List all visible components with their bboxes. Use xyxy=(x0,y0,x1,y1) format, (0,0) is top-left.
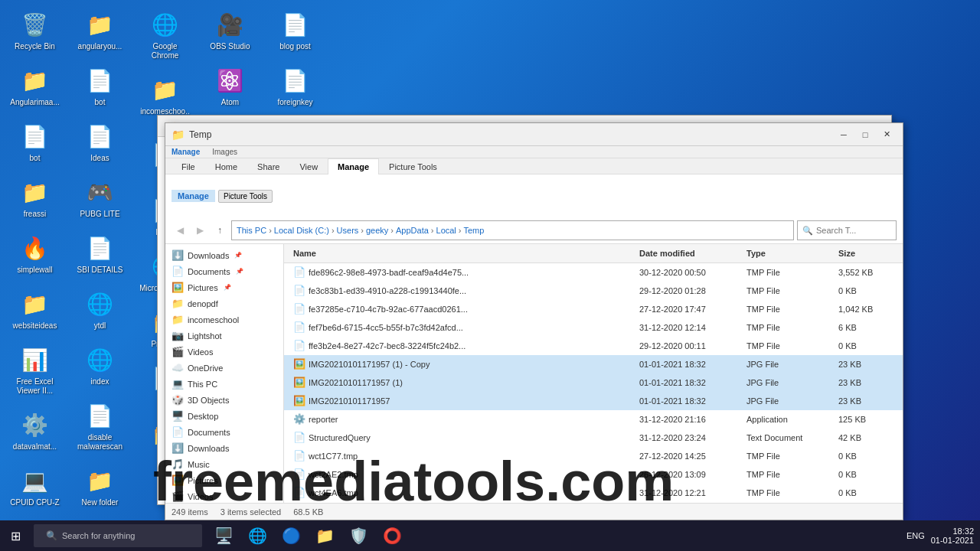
sidebar-item-incomeschool[interactable]: 📁 incomeschool xyxy=(165,311,283,328)
desktop-icon-free-excel[interactable]: 📊 Free Excel Viewer II... xyxy=(6,341,64,399)
maximize-button[interactable]: □ xyxy=(855,127,875,142)
table-row[interactable]: 📄 fe37285e-c710-4c7b-92ac-677aacd0261...… xyxy=(284,300,903,318)
search-input[interactable] xyxy=(816,226,891,235)
taskbar-chrome-icon[interactable]: 🌐 xyxy=(242,520,273,551)
sidebar-item-documents2[interactable]: 📄 Documents xyxy=(165,424,283,440)
breadcrumb-item-6[interactable]: Temp xyxy=(463,226,484,235)
file-modified-13: 31-12-2020 12:21 xyxy=(636,485,743,500)
taskbar-explorer-icon[interactable]: 🖥️ xyxy=(208,520,239,551)
file-header-date-modified[interactable]: Date modified xyxy=(636,247,743,259)
table-row[interactable]: 📄 fef7be6d-6715-4cc5-b55f-b7c3fd42afcd..… xyxy=(284,318,903,337)
sidebar-icon-this-pc: 💻 xyxy=(172,378,184,390)
back-button[interactable]: ◀ xyxy=(172,222,188,239)
sidebar-item-videos[interactable]: 🎬 Videos xyxy=(165,344,283,360)
table-row[interactable]: 📄 wct2AE2.tmp 26-12-2020 13:09 TMP File … xyxy=(284,465,903,484)
minimize-button[interactable]: ─ xyxy=(834,127,854,142)
breadcrumb-item-3[interactable]: geeky xyxy=(366,226,388,235)
sidebar-icon-downloads: ⬇️ xyxy=(172,249,184,261)
table-row[interactable]: 🖼️ IMG20210101171957 (1) 01-01-2021 18:3… xyxy=(284,373,903,392)
breadcrumb-item-5[interactable]: Local xyxy=(436,226,456,235)
taskbar-circle-icon[interactable]: ⭕ xyxy=(377,520,407,551)
file-type-8: JPG File xyxy=(743,393,835,408)
start-button[interactable]: ⊞ xyxy=(0,520,31,551)
table-row[interactable]: 📄 wct4EA6.tmp 31-12-2020 12:21 TMP File … xyxy=(284,484,903,502)
picture-tools-btn[interactable]: Picture Tools xyxy=(218,190,273,203)
breadcrumb-item-2[interactable]: Users xyxy=(337,226,359,235)
desktop-icon-obs-studio[interactable]: 🎥 OBS Studio xyxy=(201,6,259,54)
file-type-10: Text Document xyxy=(743,430,835,445)
ribbon-tab-file[interactable]: File xyxy=(172,158,205,174)
sidebar-item-onedrive[interactable]: ☁️ OneDrive xyxy=(165,360,283,376)
taskbar-edge-icon[interactable]: 🔵 xyxy=(276,520,306,551)
desktop-icon-simplewall[interactable]: 🔥 simplewall xyxy=(6,230,64,278)
taskbar-shield-icon[interactable]: 🛡️ xyxy=(343,520,374,551)
sidebar-item-denopdf[interactable]: 📁 denopdf xyxy=(165,295,283,311)
breadcrumb-sep-5: › xyxy=(459,226,462,235)
desktop-icon-recycle-bin[interactable]: 🗑️ Recycle Bin xyxy=(6,6,64,54)
table-row[interactable]: ⚙️ reporter 31-12-2020 21:16 Application… xyxy=(284,410,903,429)
table-row[interactable]: 📄 wct1C77.tmp 27-12-2020 14:25 TMP File … xyxy=(284,447,903,465)
desktop-icon-disable-malwarescan[interactable]: 📄 disable malwarescan xyxy=(71,397,129,455)
manage-active-btn[interactable]: Manage xyxy=(172,190,215,202)
desktop-icon-cpuid[interactable]: 💻 CPUID CPU-Z xyxy=(6,462,64,510)
desktop-icon-blog-post[interactable]: 📄 blog post xyxy=(266,6,324,54)
taskbar-search-bar[interactable]: 🔍 Search for anything xyxy=(34,524,202,547)
ribbon-tab-picture-tools[interactable]: Picture Tools xyxy=(379,158,447,174)
desktop-icon-atom[interactable]: ⚛️ Atom xyxy=(201,62,259,110)
sidebar-label-incomeschool: incomeschool xyxy=(188,315,239,324)
table-row[interactable]: 📄 StructuredQuery 31-12-2020 23:24 Text … xyxy=(284,429,903,447)
file-header-name[interactable]: Name xyxy=(290,247,636,259)
ribbon-tab-manage[interactable]: Manage xyxy=(328,158,379,174)
desktop-icon-index[interactable]: 🌐 index xyxy=(71,341,129,390)
desktop-icon-angularyou[interactable]: 📁 angularyou... xyxy=(71,6,129,54)
sidebar-item-pictures[interactable]: 🖼️ Pictures 📌 xyxy=(165,279,283,295)
file-header-size[interactable]: Size xyxy=(835,247,897,259)
desktop-icon-bot1[interactable]: 📄 bot xyxy=(6,118,64,166)
desktop-icon-angularimaa[interactable]: 📁 Angularimaa... xyxy=(6,62,64,110)
sidebar-item-this-pc[interactable]: 💻 This PC xyxy=(165,376,283,392)
desktop-icon-ideas[interactable]: 📄 Ideas xyxy=(71,118,129,166)
sidebar-item-downloads2[interactable]: ⬇️ Downloads xyxy=(165,440,283,456)
sidebar-item-videos2[interactable]: 🎬 Videos xyxy=(165,488,283,503)
desktop-icon-websiteideas[interactable]: 📁 websiteideas xyxy=(6,285,64,334)
table-row[interactable]: 🖼️ IMG20210101171957 (1) - Copy 01-01-20… xyxy=(284,355,903,373)
table-row[interactable]: 📄 fe3c83b1-ed39-4910-a228-c19913440fe...… xyxy=(284,282,903,300)
ribbon-tab-home[interactable]: Home xyxy=(205,158,247,174)
ribbon-tab-view[interactable]: View xyxy=(289,158,328,174)
file-name-4: 📄 fef7be6d-6715-4cc5-b55f-b7c3fd42afcd..… xyxy=(290,320,636,334)
up-button[interactable]: ↑ xyxy=(211,222,228,239)
sidebar-icon-incomeschool: 📁 xyxy=(172,314,184,325)
sidebar-item-pictures2[interactable]: 🖼️ Pictures xyxy=(165,472,283,488)
sidebar-item-3d-objects[interactable]: 🎲 3D Objects xyxy=(165,392,283,408)
ribbon-tab-share[interactable]: Share xyxy=(247,158,289,174)
table-row[interactable]: 🖼️ IMG20210101171957 01-01-2021 18:32 JP… xyxy=(284,392,903,410)
file-name-text-13: wct4EA6.tmp xyxy=(309,488,358,497)
breadcrumb-item-1[interactable]: Local Disk (C:) xyxy=(274,226,329,235)
desktop-icon-pubglite[interactable]: 🎮 PUBG LITE xyxy=(71,174,129,222)
desktop-icon-ytdl[interactable]: 🌐 ytdl xyxy=(71,285,129,334)
breadcrumb-bar[interactable]: This PC›Local Disk (C:)›Users›geeky›AppD… xyxy=(231,220,794,240)
file-header-type[interactable]: Type xyxy=(743,247,835,259)
desktop-icon-bot2[interactable]: 📄 bot xyxy=(71,62,129,110)
sidebar-item-desktop[interactable]: 🖥️ Desktop xyxy=(165,408,283,424)
desktop-icon-new-folder[interactable]: 📁 New folder xyxy=(71,462,129,510)
taskbar-right: ENG 18:32 01-01-2021 xyxy=(906,527,980,545)
table-row[interactable]: 📄 ffe3b2e4-8e27-42c7-bec8-3224f5fc24b2..… xyxy=(284,337,903,355)
forward-button[interactable]: ▶ xyxy=(191,222,208,239)
desktop-icon-foreignkey[interactable]: 📄 foreignkey xyxy=(266,62,324,110)
file-name-text-7: IMG20210101171957 (1) xyxy=(309,378,403,387)
sidebar-item-documents[interactable]: 📄 Documents 📌 xyxy=(165,263,283,279)
desktop-icon-sbi-details[interactable]: 📄 SBI DETAILS xyxy=(71,230,129,278)
breadcrumb-item-0[interactable]: This PC xyxy=(237,226,266,235)
sidebar-icon-3d-objects: 🎲 xyxy=(172,394,184,406)
desktop-icon-freassi[interactable]: 📁 freassi xyxy=(6,174,64,222)
sidebar-item-lightshot[interactable]: 📷 Lightshot xyxy=(165,328,283,344)
desktop-icon-datavalmat[interactable]: ⚙️ datavalmat... xyxy=(6,406,64,455)
taskbar-folder-icon[interactable]: 📁 xyxy=(309,520,340,551)
sidebar-item-music[interactable]: 🎵 Music xyxy=(165,456,283,472)
sidebar-item-downloads[interactable]: ⬇️ Downloads 📌 xyxy=(165,247,283,263)
breadcrumb-item-4[interactable]: AppData xyxy=(396,226,429,235)
table-row[interactable]: 📄 fde896c2-98e8-4973-badf-ceaf9a4d4e75..… xyxy=(284,263,903,282)
desktop-icon-google-chrome[interactable]: 🌐 Google Chrome xyxy=(136,6,194,64)
close-button[interactable]: ✕ xyxy=(877,127,897,142)
